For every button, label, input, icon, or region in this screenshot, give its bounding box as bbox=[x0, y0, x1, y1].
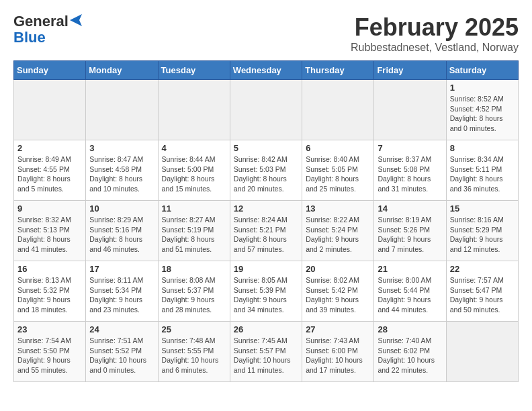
day-detail: Sunrise: 7:45 AM Sunset: 5:57 PM Dayligh… bbox=[234, 336, 298, 375]
title-section: February 2025 Rubbestadneset, Vestland, … bbox=[351, 13, 519, 54]
day-number: 12 bbox=[234, 203, 298, 214]
day-detail: Sunrise: 8:37 AM Sunset: 5:08 PM Dayligh… bbox=[378, 154, 442, 194]
day-number: 24 bbox=[89, 324, 154, 334]
calendar-cell: 12Sunrise: 8:24 AM Sunset: 5:21 PM Dayli… bbox=[230, 201, 302, 261]
logo-bird-icon bbox=[70, 14, 82, 26]
day-number: 6 bbox=[306, 143, 370, 153]
day-detail: Sunrise: 7:48 AM Sunset: 5:55 PM Dayligh… bbox=[162, 336, 226, 375]
calendar-cell: 4Sunrise: 8:44 AM Sunset: 5:00 PM Daylig… bbox=[158, 140, 230, 201]
day-detail: Sunrise: 8:32 AM Sunset: 5:13 PM Dayligh… bbox=[17, 215, 82, 255]
calendar-cell: 24Sunrise: 7:51 AM Sunset: 5:52 PM Dayli… bbox=[86, 322, 158, 382]
logo-blue-text: Blue bbox=[13, 30, 46, 46]
calendar-cell: 2Sunrise: 8:49 AM Sunset: 4:55 PM Daylig… bbox=[14, 140, 86, 201]
calendar-cell: 17Sunrise: 8:11 AM Sunset: 5:34 PM Dayli… bbox=[86, 261, 158, 322]
day-detail: Sunrise: 8:22 AM Sunset: 5:24 PM Dayligh… bbox=[306, 215, 370, 255]
day-detail: Sunrise: 8:27 AM Sunset: 5:19 PM Dayligh… bbox=[162, 215, 226, 255]
day-detail: Sunrise: 8:16 AM Sunset: 5:29 PM Dayligh… bbox=[450, 215, 515, 255]
day-number: 7 bbox=[378, 143, 442, 153]
calendar-cell: 23Sunrise: 7:54 AM Sunset: 5:50 PM Dayli… bbox=[14, 322, 86, 382]
day-detail: Sunrise: 8:44 AM Sunset: 5:00 PM Dayligh… bbox=[162, 154, 226, 194]
day-number: 5 bbox=[234, 143, 298, 153]
calendar-subtitle: Rubbestadneset, Vestland, Norway bbox=[351, 42, 519, 54]
day-number: 27 bbox=[306, 324, 370, 334]
page-header: General Blue February 2025 Rubbestadnese… bbox=[13, 13, 519, 54]
day-detail: Sunrise: 7:43 AM Sunset: 6:00 PM Dayligh… bbox=[306, 336, 370, 375]
weekday-header-wednesday: Wednesday bbox=[230, 61, 302, 80]
day-detail: Sunrise: 8:42 AM Sunset: 5:03 PM Dayligh… bbox=[234, 154, 298, 194]
day-detail: Sunrise: 8:13 AM Sunset: 5:32 PM Dayligh… bbox=[17, 275, 82, 315]
calendar-cell: 26Sunrise: 7:45 AM Sunset: 5:57 PM Dayli… bbox=[230, 322, 302, 382]
day-number: 17 bbox=[89, 264, 154, 274]
day-number: 13 bbox=[306, 203, 370, 214]
calendar-cell: 7Sunrise: 8:37 AM Sunset: 5:08 PM Daylig… bbox=[374, 140, 446, 201]
weekday-header-monday: Monday bbox=[86, 61, 158, 80]
weekday-header-row: SundayMondayTuesdayWednesdayThursdayFrid… bbox=[14, 61, 519, 80]
calendar-week-5: 23Sunrise: 7:54 AM Sunset: 5:50 PM Dayli… bbox=[14, 322, 519, 382]
day-number: 22 bbox=[450, 264, 515, 274]
weekday-header-saturday: Saturday bbox=[446, 61, 518, 80]
calendar-cell: 20Sunrise: 8:02 AM Sunset: 5:42 PM Dayli… bbox=[302, 261, 374, 322]
calendar-cell: 1Sunrise: 8:52 AM Sunset: 4:52 PM Daylig… bbox=[446, 80, 518, 140]
calendar-cell: 25Sunrise: 7:48 AM Sunset: 5:55 PM Dayli… bbox=[158, 322, 230, 382]
day-detail: Sunrise: 8:11 AM Sunset: 5:34 PM Dayligh… bbox=[89, 275, 154, 315]
day-detail: Sunrise: 7:57 AM Sunset: 5:47 PM Dayligh… bbox=[450, 275, 515, 315]
weekday-header-tuesday: Tuesday bbox=[158, 61, 230, 80]
day-number: 28 bbox=[378, 324, 442, 334]
weekday-header-sunday: Sunday bbox=[14, 61, 86, 80]
calendar-cell: 11Sunrise: 8:27 AM Sunset: 5:19 PM Dayli… bbox=[158, 201, 230, 261]
day-detail: Sunrise: 8:52 AM Sunset: 4:52 PM Dayligh… bbox=[450, 94, 515, 134]
day-number: 14 bbox=[378, 203, 442, 214]
day-number: 4 bbox=[162, 143, 226, 153]
calendar-week-4: 16Sunrise: 8:13 AM Sunset: 5:32 PM Dayli… bbox=[14, 261, 519, 322]
calendar-cell bbox=[86, 80, 158, 140]
day-number: 1 bbox=[450, 83, 515, 93]
calendar-cell: 8Sunrise: 8:34 AM Sunset: 5:11 PM Daylig… bbox=[446, 140, 518, 201]
day-number: 15 bbox=[450, 203, 515, 214]
calendar-cell: 21Sunrise: 8:00 AM Sunset: 5:44 PM Dayli… bbox=[374, 261, 446, 322]
day-number: 10 bbox=[89, 203, 154, 214]
day-detail: Sunrise: 8:05 AM Sunset: 5:39 PM Dayligh… bbox=[234, 275, 298, 315]
calendar-cell bbox=[302, 80, 374, 140]
day-number: 3 bbox=[89, 143, 154, 153]
calendar-cell: 3Sunrise: 8:47 AM Sunset: 4:58 PM Daylig… bbox=[86, 140, 158, 201]
weekday-header-thursday: Thursday bbox=[302, 61, 374, 80]
calendar-cell bbox=[14, 80, 86, 140]
calendar-cell: 15Sunrise: 8:16 AM Sunset: 5:29 PM Dayli… bbox=[446, 201, 518, 261]
calendar-cell: 14Sunrise: 8:19 AM Sunset: 5:26 PM Dayli… bbox=[374, 201, 446, 261]
day-number: 11 bbox=[162, 203, 226, 214]
calendar-cell: 18Sunrise: 8:08 AM Sunset: 5:37 PM Dayli… bbox=[158, 261, 230, 322]
calendar-cell bbox=[230, 80, 302, 140]
logo: General Blue bbox=[13, 13, 82, 46]
day-detail: Sunrise: 8:40 AM Sunset: 5:05 PM Dayligh… bbox=[306, 154, 370, 194]
day-detail: Sunrise: 7:54 AM Sunset: 5:50 PM Dayligh… bbox=[17, 336, 82, 375]
calendar-cell: 13Sunrise: 8:22 AM Sunset: 5:24 PM Dayli… bbox=[302, 201, 374, 261]
calendar-cell: 9Sunrise: 8:32 AM Sunset: 5:13 PM Daylig… bbox=[14, 201, 86, 261]
calendar-cell bbox=[158, 80, 230, 140]
calendar-week-1: 1Sunrise: 8:52 AM Sunset: 4:52 PM Daylig… bbox=[14, 80, 519, 140]
calendar-cell bbox=[374, 80, 446, 140]
day-number: 21 bbox=[378, 264, 442, 274]
calendar-table: SundayMondayTuesdayWednesdayThursdayFrid… bbox=[13, 60, 519, 382]
day-detail: Sunrise: 8:47 AM Sunset: 4:58 PM Dayligh… bbox=[89, 154, 154, 194]
day-detail: Sunrise: 8:19 AM Sunset: 5:26 PM Dayligh… bbox=[378, 215, 442, 255]
day-number: 19 bbox=[234, 264, 298, 274]
calendar-cell: 19Sunrise: 8:05 AM Sunset: 5:39 PM Dayli… bbox=[230, 261, 302, 322]
calendar-cell: 6Sunrise: 8:40 AM Sunset: 5:05 PM Daylig… bbox=[302, 140, 374, 201]
calendar-cell: 22Sunrise: 7:57 AM Sunset: 5:47 PM Dayli… bbox=[446, 261, 518, 322]
day-number: 25 bbox=[162, 324, 226, 334]
day-number: 2 bbox=[17, 143, 82, 153]
day-detail: Sunrise: 8:34 AM Sunset: 5:11 PM Dayligh… bbox=[450, 154, 515, 194]
day-detail: Sunrise: 8:24 AM Sunset: 5:21 PM Dayligh… bbox=[234, 215, 298, 255]
calendar-cell: 28Sunrise: 7:40 AM Sunset: 6:02 PM Dayli… bbox=[374, 322, 446, 382]
calendar-cell: 10Sunrise: 8:29 AM Sunset: 5:16 PM Dayli… bbox=[86, 201, 158, 261]
day-detail: Sunrise: 8:49 AM Sunset: 4:55 PM Dayligh… bbox=[17, 154, 82, 194]
day-number: 23 bbox=[17, 324, 82, 334]
calendar-cell: 27Sunrise: 7:43 AM Sunset: 6:00 PM Dayli… bbox=[302, 322, 374, 382]
calendar-week-3: 9Sunrise: 8:32 AM Sunset: 5:13 PM Daylig… bbox=[14, 201, 519, 261]
calendar-cell bbox=[446, 322, 518, 382]
svg-marker-0 bbox=[70, 14, 82, 26]
day-detail: Sunrise: 8:00 AM Sunset: 5:44 PM Dayligh… bbox=[378, 275, 442, 315]
day-detail: Sunrise: 7:51 AM Sunset: 5:52 PM Dayligh… bbox=[89, 336, 154, 375]
day-number: 20 bbox=[306, 264, 370, 274]
logo-general-text: General bbox=[13, 13, 69, 30]
